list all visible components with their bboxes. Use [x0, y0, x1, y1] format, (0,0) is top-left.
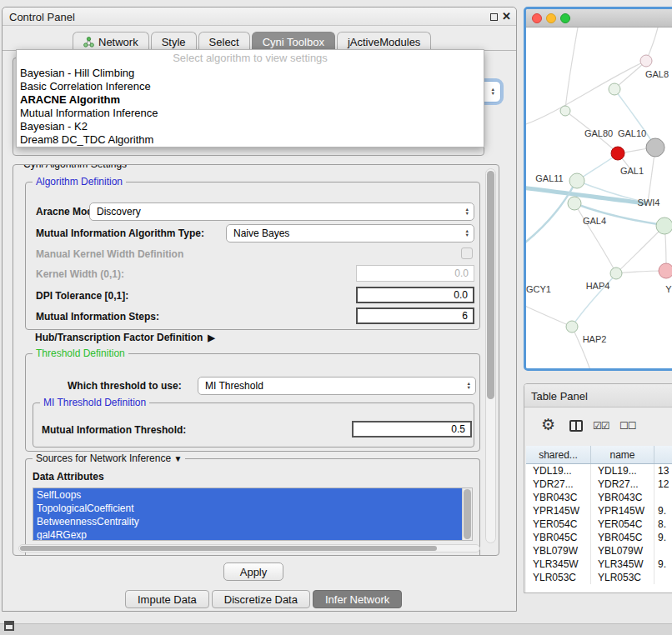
hub-definition-expander[interactable]: Hub/Transcription Factor Definition▶: [35, 332, 215, 343]
table-row[interactable]: YBR043CYBR043C: [526, 491, 672, 504]
control-panel-titlebar: Control Panel ✕: [3, 8, 516, 26]
deselect-all-checkboxes-icon[interactable]: ☐☐: [619, 420, 636, 432]
network-edge: [572, 327, 591, 371]
gear-icon[interactable]: ⚙: [541, 415, 555, 434]
dropdown-item[interactable]: Bayesian - K2: [17, 120, 484, 133]
mi-threshold-field[interactable]: 0.5: [352, 421, 472, 438]
table-row[interactable]: YLR053CYLR053C: [526, 571, 672, 584]
threshold-definition-group: Threshold Definition Which threshold to …: [25, 353, 480, 452]
column-header-name[interactable]: name: [591, 446, 654, 463]
tab-network[interactable]: Network: [73, 32, 149, 51]
table-row[interactable]: YPR145WYPR145W9.: [526, 504, 672, 518]
scrollbar-thumb[interactable]: [487, 171, 494, 399]
algorithm-definition-title: Algorithm Definition: [33, 176, 126, 188]
combo-arrows-icon: ▲▼: [465, 229, 469, 238]
mi-threshold-label: Mutual Information Threshold:: [42, 424, 186, 436]
tab-label: jActiveModules: [348, 36, 420, 48]
mi-steps-field[interactable]: 6: [356, 308, 474, 324]
network-node[interactable]: [656, 218, 672, 234]
tab-cyni-toolbox[interactable]: Cyni Toolbox: [252, 32, 335, 51]
network-node[interactable]: [640, 55, 652, 67]
network-canvas[interactable]: GAL8GAL80GAL10GAL11GAL1SWI4GAL4GCY1HAP4H…: [526, 28, 672, 368]
tab-jactivemodules[interactable]: jActiveModules: [337, 32, 431, 51]
network-canvas-svg: GAL8GAL80GAL10GAL11GAL1SWI4GAL4GCY1HAP4H…: [526, 28, 672, 371]
network-node-label: HAP2: [583, 334, 607, 344]
float-window-icon[interactable]: [490, 13, 498, 21]
which-threshold-label: Which threshold to use:: [68, 380, 182, 392]
table-cell: YLR345W: [526, 558, 591, 571]
table-cell: YER054C: [526, 518, 591, 531]
dropdown-placeholder: Select algorithm to view settings: [17, 50, 484, 67]
table-row[interactable]: YBR045CYBR045C9.: [526, 531, 672, 544]
tab-infer-network[interactable]: Infer Network: [313, 590, 402, 608]
network-node-label: GCY1: [526, 284, 551, 294]
select-all-checkboxes-icon[interactable]: ☑☑: [593, 420, 609, 432]
combo-arrows-icon: ▲▼: [491, 88, 495, 96]
control-panel-window: Control Panel ✕ Network Style: [2, 7, 517, 612]
dpi-tolerance-field[interactable]: 0.0: [356, 287, 474, 303]
attribute-item[interactable]: BetweennessCentrality: [33, 515, 462, 528]
sources-group-title[interactable]: Sources for Network Inference ▼: [33, 452, 185, 464]
mi-threshold-definition-title: MI Threshold Definition: [40, 397, 149, 408]
table-row[interactable]: YER054CYER054C8.: [526, 518, 672, 531]
column-header-shared-name[interactable]: shared...: [526, 446, 591, 463]
close-traffic-light-icon[interactable]: [532, 13, 542, 23]
tab-discretize-data[interactable]: Discretize Data: [212, 590, 310, 608]
mi-type-combo[interactable]: Naive Bayes ▲▼: [226, 224, 474, 242]
dropdown-item-selected[interactable]: ARACNE Algorithm: [17, 93, 484, 107]
network-node[interactable]: [610, 268, 622, 279]
tab-label: Network: [98, 36, 138, 48]
network-node-label: GAL10: [618, 128, 646, 138]
network-node[interactable]: [646, 138, 664, 157]
tab-impute-data[interactable]: Impute Data: [125, 590, 209, 608]
column-header[interactable]: [654, 446, 672, 463]
combo-value: Discovery: [97, 206, 141, 218]
network-edge: [526, 304, 570, 326]
dropdown-item[interactable]: Dream8 DC_TDC Algorithm: [17, 133, 484, 147]
table-row[interactable]: YLR345WYLR345W9.: [526, 558, 672, 571]
sources-group: Sources for Network Inference ▼ Data Att…: [25, 458, 480, 556]
tab-select[interactable]: Select: [198, 32, 250, 51]
network-node[interactable]: [566, 321, 578, 332]
scrollbar-thumb[interactable]: [20, 546, 437, 551]
network-node[interactable]: [568, 197, 581, 210]
tab-style[interactable]: Style: [151, 32, 197, 51]
network-node[interactable]: [609, 83, 620, 95]
attribute-item[interactable]: TopologicalCoefficient: [33, 502, 462, 515]
settings-horizontal-scrollbar[interactable]: [18, 544, 480, 552]
network-node[interactable]: [569, 173, 584, 188]
table-row[interactable]: YBL079WYBL079W: [526, 544, 672, 558]
combo-value: Naive Bayes: [233, 228, 289, 239]
table-row[interactable]: YDR27...YDR27...12: [526, 478, 672, 491]
network-node[interactable]: [659, 263, 672, 278]
minimize-traffic-light-icon[interactable]: [546, 13, 556, 23]
attribute-item[interactable]: SelfLoops: [33, 488, 462, 502]
columns-icon[interactable]: [569, 420, 583, 432]
apply-button[interactable]: Apply: [223, 562, 283, 581]
table-cell: YDR27...: [591, 478, 654, 491]
dropdown-item[interactable]: Mutual Information Inference: [17, 107, 484, 120]
scrollbar-thumb[interactable]: [464, 489, 471, 539]
tab-label: Style: [162, 36, 186, 48]
kernel-width-field[interactable]: 0.0: [356, 265, 474, 282]
network-node[interactable]: [611, 147, 624, 160]
network-edge: [526, 61, 646, 126]
network-node[interactable]: [560, 106, 570, 116]
dropdown-item[interactable]: Bayesian - Hill Climbing: [17, 67, 484, 80]
show-panel-icon[interactable]: [4, 621, 14, 631]
bottom-strip: [0, 623, 672, 635]
zoom-traffic-light-icon[interactable]: [560, 13, 570, 23]
table-cell: YPR145W: [591, 504, 654, 518]
attribute-item[interactable]: gal4RGexp: [33, 528, 462, 541]
attributes-scrollbar[interactable]: [462, 488, 472, 540]
manual-kernel-checkbox[interactable]: [461, 248, 473, 259]
close-icon[interactable]: ✕: [502, 10, 511, 22]
settings-vertical-scrollbar[interactable]: [485, 168, 496, 543]
aracne-mode-combo[interactable]: Discovery ▲▼: [89, 202, 474, 221]
network-node-label: Y: [665, 284, 672, 294]
dropdown-item[interactable]: Basic Correlation Inference: [17, 80, 484, 93]
table-row[interactable]: YDL19...YDL19...13: [526, 464, 672, 478]
table-cell: YBR043C: [591, 491, 654, 504]
which-threshold-combo[interactable]: MI Threshold ▲▼: [198, 377, 476, 395]
kernel-width-label: Kernel Width (0,1):: [36, 268, 124, 280]
